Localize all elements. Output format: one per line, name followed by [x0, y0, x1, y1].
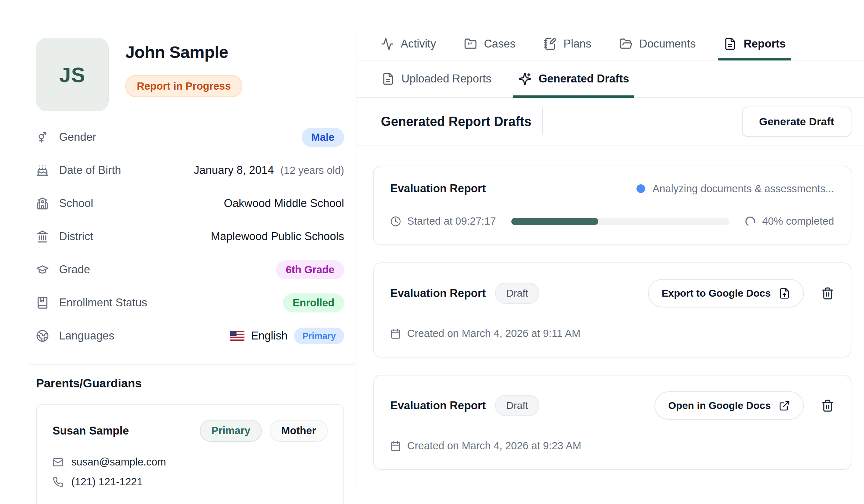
generated-drafts-header: Generated Report Drafts Generate Draft: [356, 98, 864, 146]
loader-spinner-icon: [744, 216, 756, 227]
sparkles-icon: [518, 72, 532, 86]
field-label: School: [59, 197, 93, 210]
field-row-district: District Maplewood Public Schools: [36, 220, 344, 253]
delete-draft-button[interactable]: [821, 399, 834, 412]
activity-icon: [381, 37, 394, 50]
tab-documents[interactable]: Documents: [620, 28, 696, 60]
guardian-name: Susan Sample: [53, 424, 129, 437]
field-row-school: School Oakwood Middle School: [36, 187, 344, 220]
created-at: Created on March 4, 2026 at 9:11 AM: [390, 328, 580, 339]
field-row-date-of-birth: Date of Birth January 8, 2014 (12 years …: [36, 154, 344, 187]
student-profile-panel: JS John Sample Report in Progress Gender…: [36, 38, 344, 352]
created-at-text: Created on March 4, 2026 at 9:23 AM: [407, 440, 581, 452]
subtab-label: Generated Drafts: [539, 72, 629, 85]
report-card-draft: Evaluation Report Draft Open in Google D…: [373, 375, 851, 470]
title-divider: [542, 108, 543, 135]
tab-activity[interactable]: Activity: [381, 28, 436, 60]
profile-header: JS John Sample Report in Progress: [36, 38, 344, 111]
guardian-card: Susan Sample Primary Mother susan@sample…: [36, 404, 344, 504]
dob-value: January 8, 2014: [194, 164, 274, 177]
guardian-phone: (121) 121-1221: [71, 476, 143, 488]
birthday-cake-icon: [36, 164, 49, 177]
student-name: John Sample: [125, 42, 242, 62]
file-up-icon: [779, 288, 790, 299]
file-text-icon: [382, 72, 395, 85]
trash-icon: [821, 399, 834, 412]
mail-icon: [53, 457, 63, 468]
school-value: Oakwood Middle School: [224, 197, 344, 210]
open-in-google-docs-button[interactable]: Open in Google Docs: [654, 391, 804, 420]
notebook-pen-icon: [544, 37, 557, 50]
field-label: Date of Birth: [59, 164, 121, 177]
calendar-icon: [390, 328, 401, 339]
us-flag-icon: [230, 331, 244, 341]
clock-icon: [390, 216, 401, 227]
avatar: JS: [36, 38, 109, 111]
school-building-icon: [36, 197, 49, 210]
field-label: Grade: [59, 263, 90, 276]
created-at: Created on March 4, 2026 at 9:23 AM: [390, 440, 581, 452]
main-tabs: Activity Cases Plans Documents Reports: [356, 28, 864, 60]
graduation-cap-icon: [36, 263, 49, 276]
grade-value-badge: 6th Grade: [276, 260, 344, 279]
gender-value-badge: Male: [302, 128, 344, 147]
enrollment-value-badge: Enrolled: [283, 293, 344, 312]
guardians-section: Parents/Guardians Susan Sample Primary M…: [36, 377, 344, 504]
guardian-primary-badge: Primary: [200, 420, 262, 442]
guardian-relation-badge: Mother: [270, 420, 328, 442]
generation-status: Analyzing documents & assessments...: [636, 183, 834, 195]
report-title: Evaluation Report: [390, 399, 486, 412]
section-title: Generated Report Drafts: [381, 114, 531, 129]
field-row-gender: Gender Male: [36, 121, 344, 154]
report-card-in-progress: Evaluation Report Analyzing documents & …: [373, 166, 851, 245]
started-at: Started at 09:27:17: [390, 215, 496, 227]
subtab-label: Uploaded Reports: [401, 72, 491, 85]
started-at-text: Started at 09:27:17: [407, 215, 496, 227]
folder-open-icon: [620, 37, 633, 50]
tab-label: Cases: [484, 37, 516, 50]
tab-label: Documents: [639, 37, 696, 50]
delete-draft-button[interactable]: [821, 287, 834, 300]
tab-cases[interactable]: Cases: [464, 28, 516, 60]
language-primary-badge: Primary: [294, 328, 344, 344]
globe-icon: [36, 329, 49, 342]
report-card-draft: Evaluation Report Draft Export to Google…: [373, 262, 851, 357]
field-row-grade: Grade 6th Grade: [36, 253, 344, 286]
reports-subtabs: Uploaded Reports Generated Drafts: [356, 60, 864, 98]
report-title: Evaluation Report: [390, 287, 486, 300]
progress-bar-fill: [511, 218, 599, 225]
subtab-generated-drafts[interactable]: Generated Drafts: [518, 60, 629, 97]
guardian-phone-row: (121) 121-1221: [53, 476, 328, 488]
subtab-uploaded-reports[interactable]: Uploaded Reports: [382, 60, 491, 97]
draft-cards-list: Evaluation Report Analyzing documents & …: [356, 146, 864, 470]
guardian-email-row: susan@sample.com: [53, 456, 328, 468]
age-note: (12 years old): [280, 165, 344, 176]
guardians-heading: Parents/Guardians: [36, 377, 344, 390]
field-row-enrollment-status: Enrollment Status Enrolled: [36, 286, 344, 319]
export-to-google-docs-button[interactable]: Export to Google Docs: [648, 279, 804, 307]
book-marked-icon: [36, 296, 49, 309]
field-row-languages: Languages English Primary: [36, 319, 344, 352]
district-value: Maplewood Public Schools: [211, 230, 345, 243]
field-label: District: [59, 230, 93, 243]
status-text: Analyzing documents & assessments...: [652, 183, 834, 195]
report-in-progress-badge: Report in Progress: [125, 75, 242, 97]
tab-reports[interactable]: Reports: [724, 28, 786, 60]
generate-draft-button[interactable]: Generate Draft: [742, 107, 851, 137]
created-at-text: Created on March 4, 2026 at 9:11 AM: [407, 328, 580, 339]
tab-label: Reports: [743, 37, 786, 50]
tab-label: Activity: [401, 37, 436, 50]
tab-plans[interactable]: Plans: [544, 28, 591, 60]
report-title: Evaluation Report: [390, 182, 486, 195]
field-label: Gender: [59, 131, 96, 144]
progress-status: 40% completed: [744, 215, 834, 227]
field-label: Languages: [59, 329, 114, 342]
external-link-icon: [779, 400, 790, 411]
landmark-icon: [36, 230, 49, 243]
draft-badge: Draft: [495, 283, 539, 304]
left-panel-divider: [29, 364, 355, 365]
trash-icon: [821, 287, 834, 300]
file-text-icon: [724, 37, 737, 50]
student-details-list: Gender Male Date of Birth January 8, 201…: [36, 121, 344, 352]
phone-icon: [53, 477, 63, 487]
